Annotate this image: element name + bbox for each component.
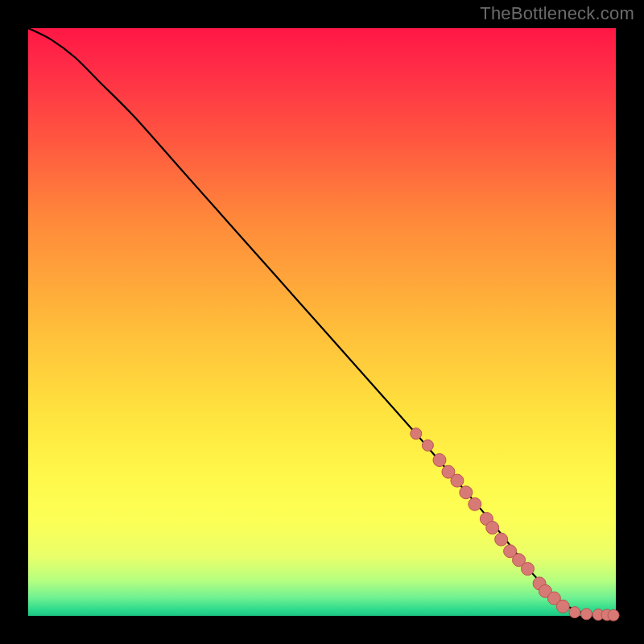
marker-layer <box>28 28 616 616</box>
plot-area <box>28 28 616 616</box>
data-marker <box>460 486 473 499</box>
data-marker <box>569 607 580 618</box>
data-marker <box>433 454 446 467</box>
data-marker <box>486 522 499 535</box>
data-marker <box>522 563 535 576</box>
data-marker <box>451 474 464 487</box>
data-marker <box>581 609 592 620</box>
data-marker <box>422 440 433 451</box>
data-marker <box>411 428 422 440</box>
data-marker <box>495 533 508 546</box>
data-marker <box>608 609 619 621</box>
data-marker <box>469 497 481 510</box>
data-marker <box>556 600 569 613</box>
watermark-text: TheBottleneck.com <box>480 3 634 24</box>
marker-group <box>411 428 619 621</box>
figure-container: TheBottleneck.com <box>0 0 644 644</box>
